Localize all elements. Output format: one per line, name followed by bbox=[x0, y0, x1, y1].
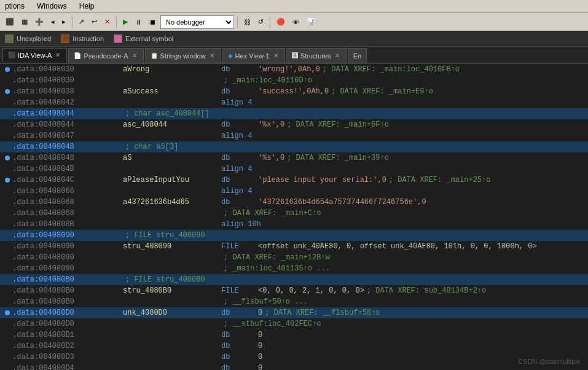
breakpoint-dot[interactable] bbox=[5, 67, 10, 72]
tab-pseudocode[interactable]: 📄 Pseudocode-A ✕ bbox=[68, 48, 143, 63]
toolbar-btn-back[interactable]: ↩ bbox=[88, 15, 100, 30]
toolbar-btn-step-over[interactable]: ⏸ bbox=[132, 15, 145, 30]
code-address: .data:004080D0 bbox=[12, 307, 123, 318]
code-line: .data:004080D2 db0 bbox=[0, 340, 588, 352]
breakpoint-dot[interactable] bbox=[5, 155, 10, 160]
main-content[interactable]: .data:00408030 aWrongdb'wrong!',0Ah,0 ; … bbox=[0, 64, 588, 370]
code-instruction: align 4 bbox=[221, 163, 258, 175]
legend-external-label: External symbol bbox=[125, 35, 173, 42]
tab-hex-view-icon: ◈ bbox=[228, 52, 233, 59]
code-line: .data:00408068 a437261636b4d65db'4372616… bbox=[0, 197, 588, 208]
code-container: .data:00408030 aWrongdb'wrong!',0Ah,0 ; … bbox=[0, 64, 588, 370]
code-comment: ; DATA XREF: _main+12B↑w bbox=[224, 252, 330, 263]
toolbar-btn-watch[interactable]: 👁 bbox=[289, 15, 302, 30]
code-comment: ; DATA XREF: _main+39↑o bbox=[287, 152, 389, 163]
tab-ida-view-icon: ⬛ bbox=[8, 52, 15, 58]
code-address: .data:004080D0 bbox=[12, 318, 123, 329]
tab-strings-icon: 📋 bbox=[151, 52, 158, 59]
dot-column bbox=[2, 67, 12, 72]
tab-ida-view-close[interactable]: ✕ bbox=[54, 52, 61, 58]
code-comment: ; DATA XREF: _main+25↑o bbox=[389, 175, 491, 186]
toolbar-btn-jump[interactable]: ↗ bbox=[76, 15, 87, 30]
tab-hex-view-close[interactable]: ✕ bbox=[272, 52, 280, 59]
toolbar-btn-nav2[interactable]: ▸ bbox=[59, 15, 69, 30]
tab-structures-close[interactable]: ✕ bbox=[334, 52, 341, 59]
tab-structures[interactable]: 🅰 Structures ✕ bbox=[286, 48, 347, 63]
code-address: .data:00408044 bbox=[12, 119, 123, 130]
code-address: .data:0040804C bbox=[12, 175, 123, 186]
toolbar-btn-run[interactable]: ▶ bbox=[120, 15, 131, 30]
code-instruction: db bbox=[221, 175, 258, 186]
code-line: .data:00408090 ; DATA XREF: _main+12B↑w bbox=[0, 252, 588, 263]
breakpoint-dot[interactable] bbox=[5, 89, 10, 94]
breakpoint-dot[interactable] bbox=[5, 310, 10, 315]
code-comment: ; _main:loc_401135↑o ... bbox=[224, 263, 330, 274]
toolbar-btn-detach[interactable]: ↺ bbox=[255, 15, 267, 30]
toolbar-btn-nav1[interactable]: ◂ bbox=[48, 15, 58, 30]
code-value: 0 bbox=[258, 329, 262, 340]
code-comment: ; DATA XREF: __flsbuf+58↑o bbox=[265, 307, 380, 318]
code-address: .data:00408068 bbox=[12, 208, 123, 219]
debugger-select[interactable]: No debugger bbox=[160, 15, 234, 29]
code-line: .data:00408047 align 4 bbox=[0, 130, 588, 141]
code-line: .data:00408030 aWrongdb'wrong!',0Ah,0 ; … bbox=[0, 64, 588, 75]
toolbar-btn-hex[interactable]: ▦ bbox=[18, 15, 31, 30]
code-line: .data:004080D3 db0 bbox=[0, 352, 588, 363]
code-instruction: db bbox=[221, 152, 258, 163]
toolbar-btn-add[interactable]: ➕ bbox=[32, 15, 47, 30]
code-address: .data:00408048 bbox=[12, 152, 123, 163]
code-value: 'success!',0Ah,0 bbox=[258, 86, 329, 97]
code-label: stru_408090 bbox=[123, 241, 221, 252]
tab-strings-close[interactable]: ✕ bbox=[208, 52, 216, 59]
code-address: .data:00408066 bbox=[12, 186, 123, 197]
code-address: .data:00408038 bbox=[12, 86, 123, 97]
code-instruction: db bbox=[221, 329, 258, 340]
toolbar-btn-stack[interactable]: 📊 bbox=[304, 15, 318, 30]
tab-en-label: En bbox=[353, 52, 361, 60]
tab-pseudocode-close[interactable]: ✕ bbox=[131, 52, 138, 59]
tab-en[interactable]: En bbox=[348, 48, 367, 63]
code-line: .data:0040804B align 4 bbox=[0, 163, 588, 175]
menu-item-windows[interactable]: Windows bbox=[34, 2, 69, 10]
section-comment: ; char asc_408044[] bbox=[125, 108, 210, 119]
code-comment: ; DATA XREF: _main+6F↑o bbox=[287, 119, 389, 130]
dot-column bbox=[2, 155, 12, 160]
toolbar-btn-attach[interactable]: ⛓ bbox=[241, 15, 254, 30]
tab-strings[interactable]: 📋 Strings window ✕ bbox=[145, 48, 221, 63]
code-line: .data:004080D0 unk_4080D0db0 ; DATA XREF… bbox=[0, 307, 588, 318]
toolbar-btn-stop[interactable]: ⏹ bbox=[146, 15, 159, 30]
tab-pseudocode-label: Pseudocode-A bbox=[84, 52, 128, 60]
toolbar-btn-bp[interactable]: 🔴 bbox=[273, 15, 288, 30]
code-line: .data:00408066 align 4 bbox=[0, 186, 588, 197]
code-label: unk_4080D0 bbox=[123, 307, 221, 318]
code-address: .data:00408068 bbox=[12, 197, 123, 208]
toolbar: ⬛ ▦ ➕ ◂ ▸ ↗ ↩ ✕ ▶ ⏸ ⏹ No debugger ⛓ ↺ 🔴 … bbox=[0, 12, 588, 31]
legend-external: External symbol bbox=[114, 34, 173, 43]
toolbar-btn-code[interactable]: ⬛ bbox=[2, 15, 17, 30]
code-instruction: align 10h bbox=[221, 219, 258, 230]
menu-item-options[interactable]: ptions bbox=[2, 2, 27, 10]
code-comment: ; DATA XREF: _main+C↑o bbox=[224, 208, 321, 219]
code-address: .data:00408048 bbox=[12, 141, 123, 152]
tab-hex-view[interactable]: ◈ Hex View-1 ✕ bbox=[222, 48, 285, 63]
code-value: '%x',0 bbox=[258, 119, 284, 130]
code-value: 'please input your serial:',0 bbox=[258, 175, 386, 186]
legend-instruction-label: Instruction bbox=[73, 35, 104, 42]
code-line: .data:00408044 asc_408044db'%x',0 ; DATA… bbox=[0, 119, 588, 130]
toolbar-separator-1 bbox=[72, 16, 73, 28]
code-line: .data:00408042 align 4 bbox=[0, 97, 588, 108]
code-line: .data:0040808B align 10h bbox=[0, 219, 588, 230]
code-value: '437261636b4d654a757374466f7246756e',0 bbox=[258, 197, 426, 208]
code-instruction: db bbox=[221, 119, 258, 130]
tab-ida-view[interactable]: ⬛ IDA View-A ✕ bbox=[2, 48, 67, 63]
legend-external-box bbox=[114, 34, 122, 43]
toolbar-btn-close[interactable]: ✕ bbox=[101, 15, 113, 30]
code-line: .data:00408068 ; DATA XREF: _main+C↑o bbox=[0, 208, 588, 219]
code-address: .data:00408042 bbox=[12, 97, 123, 108]
menu-item-help[interactable]: Help bbox=[77, 2, 97, 10]
toolbar-separator-3 bbox=[237, 16, 238, 28]
code-instruction: FILE bbox=[221, 241, 258, 252]
code-instruction: db bbox=[221, 307, 258, 318]
breakpoint-dot[interactable] bbox=[5, 178, 10, 183]
code-comment: ; DATA XREF: sub_40134B+2↑o bbox=[367, 285, 486, 296]
